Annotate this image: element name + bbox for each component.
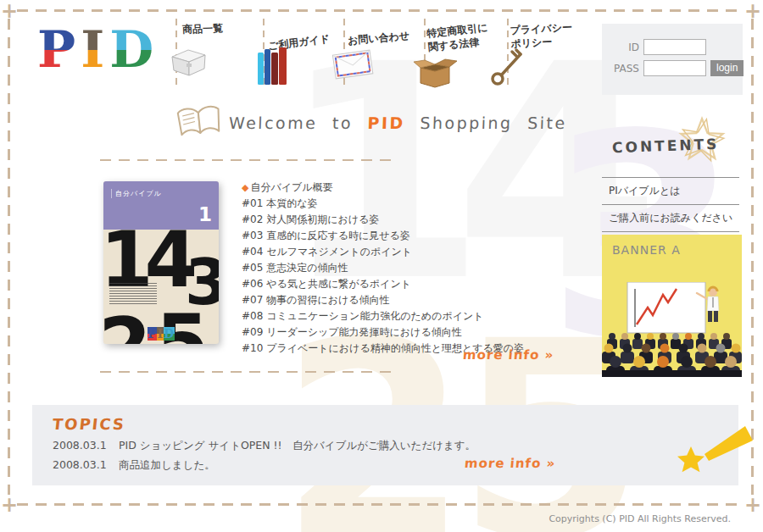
login-panel: ID PASS login — [602, 24, 743, 95]
frame-corner-plus: + — [1, 495, 18, 515]
overview-heading: ◆自分バイブル概要 — [242, 180, 524, 196]
chapter-row: #04 セルフマネジメントのポイント — [242, 244, 524, 260]
cover-text-block — [109, 283, 157, 305]
section-divider — [100, 159, 393, 161]
diamond-bullet: ◆ — [242, 182, 248, 193]
nav-label: 商品一覧 — [182, 22, 223, 36]
sidebar-link-about[interactable]: PIバイブルとは — [602, 177, 739, 204]
chapter-row: #05 意志決定の傾向性 — [242, 260, 524, 276]
login-button[interactable]: login — [710, 60, 744, 76]
chapter-row: #01 本質的な姿 — [242, 196, 524, 212]
welcome-suffix: Shopping Site — [420, 114, 567, 132]
topics-more-info-link[interactable]: more info » — [464, 456, 556, 471]
presentation-illustration — [602, 282, 742, 377]
welcome-brand: PID — [367, 114, 405, 132]
id-label: ID — [602, 42, 639, 53]
topic-row: 2008.03.1 商品追加しました。 — [53, 458, 215, 473]
chapter-row: #02 対人関係初期における姿 — [242, 212, 524, 228]
chapter-row: #09 リーダーシップ能力発揮時における傾向性 — [242, 324, 524, 341]
frame-corner-plus: + — [1, 1, 18, 21]
more-info-link[interactable]: more info » — [462, 347, 554, 363]
cover-volume: 1 — [198, 203, 212, 225]
overview-heading-text: 自分バイブル概要 — [250, 181, 332, 193]
frame-top-dash — [17, 9, 743, 12]
frame-corner-plus: + — [744, 1, 761, 21]
sidebar-links: PIバイブルとは ご購入前にお読みください — [602, 177, 739, 232]
chapter-list: ◆自分バイブル概要 #01 本質的な姿 #02 対人関係初期における姿 #03 … — [242, 180, 524, 357]
cover-logo: PID — [103, 327, 219, 341]
logo-letter: P — [148, 327, 158, 341]
section-divider — [100, 371, 393, 373]
cover-series-title: 自分バイブル — [111, 189, 162, 198]
frame-bottom-dash — [17, 503, 743, 506]
chapter-row: #03 直感的に反応する時に見せる姿 — [242, 228, 524, 244]
topics-title: TOPICS — [52, 415, 126, 433]
topic-date: 2008.03.1 — [53, 458, 119, 473]
logo-letter: D — [164, 327, 175, 341]
topic-text: PID ショッピング サイトOPEN !! 自分バイブルがご購入いただけます。 — [119, 439, 476, 453]
case-icon — [166, 41, 210, 80]
welcome-prefix: Welcome to — [229, 114, 354, 132]
frame-corner-plus: + — [744, 495, 761, 515]
box-icon — [412, 51, 459, 90]
chapter-row: #07 物事の習得における傾向性 — [242, 292, 524, 308]
shooting-star-icon — [674, 420, 755, 479]
books-icon — [254, 41, 290, 86]
chapter-row: #08 コミュニケーション能力強化のためのポイント — [242, 308, 524, 324]
open-book-icon — [173, 101, 226, 143]
frame-left-dash — [8, 19, 10, 495]
key-icon — [487, 44, 529, 88]
logo-letter: I — [157, 327, 164, 341]
site-logo[interactable]: PID — [37, 24, 159, 75]
nav-item-products[interactable]: 商品一覧 — [182, 21, 224, 36]
chapter-row: #06 やる気と共感に繋がるポイント — [242, 276, 524, 292]
product-cover: 自分バイブル 1 14 3 2 5 PID — [103, 181, 219, 344]
welcome-heading: Welcome to PID Shopping Site — [229, 114, 567, 132]
topic-date: 2008.03.1 — [53, 439, 119, 453]
logo-letter: P — [37, 19, 81, 79]
topic-text: 商品追加しました。 — [119, 458, 215, 473]
topics-panel: TOPICS 2008.03.1 PID ショッピング サイトOPEN !! 自… — [32, 405, 738, 485]
banner-label: BANNER A — [612, 243, 681, 257]
logo-letter: D — [109, 19, 159, 79]
pass-label: PASS — [602, 63, 639, 75]
sidebar-link-before-purchase[interactable]: ご購入前にお読みください — [602, 204, 739, 232]
page: 14 3 25 + + + + PID 商品一覧 ご利用ガイド お問い合わせ — [0, 0, 763, 532]
id-input[interactable] — [643, 39, 706, 55]
pass-input[interactable] — [643, 60, 706, 76]
envelope-icon — [329, 46, 376, 81]
topic-row: 2008.03.1 PID ショッピング サイトOPEN !! 自分バイブルがご… — [53, 439, 476, 453]
banner-a[interactable]: BANNER A — [602, 235, 742, 377]
copyright: Copyrights (C) PID All Rights Reserved. — [549, 513, 731, 524]
logo-letter: I — [81, 19, 109, 79]
